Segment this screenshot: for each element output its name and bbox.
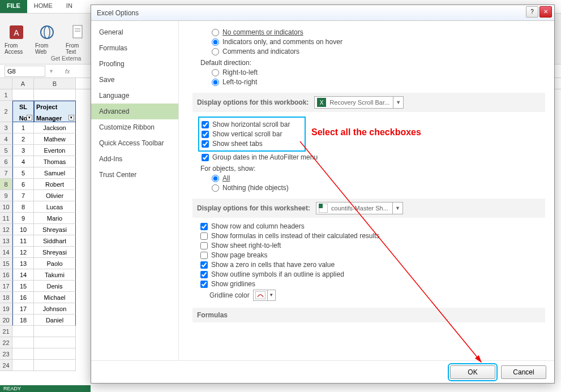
cell[interactable] (34, 337, 76, 348)
row-header[interactable]: 8 (0, 179, 12, 190)
cell-pm[interactable]: Robert (34, 179, 76, 190)
cell[interactable] (34, 326, 76, 337)
row-header[interactable]: 6 (0, 156, 12, 167)
worksheet-combo[interactable]: countifs-Master Sh... ▼ (316, 202, 403, 214)
chk-show-formulas[interactable] (200, 232, 208, 240)
cell[interactable] (12, 348, 34, 360)
chk-show-zero[interactable] (200, 261, 208, 269)
cell-slno[interactable]: 7 (12, 190, 34, 201)
sidebar-item-general[interactable]: General (91, 24, 178, 40)
chk-sheet-rtl[interactable] (200, 242, 208, 249)
row-header[interactable]: 10 (0, 201, 12, 213)
cell-slno[interactable]: 8 (12, 201, 34, 213)
cell[interactable] (12, 326, 34, 337)
cell-slno[interactable]: 14 (12, 269, 34, 281)
radio-indicators-only[interactable] (212, 38, 219, 46)
chk-sheet-tabs[interactable] (202, 140, 209, 148)
sidebar-item-quick-access-toolbar[interactable]: Quick Access Toolbar (91, 135, 178, 151)
radio-comments-indicators[interactable] (212, 48, 219, 55)
cell[interactable] (12, 89, 34, 101)
sidebar-item-advanced[interactable]: Advanced (91, 104, 178, 119)
row-header[interactable]: 23 (0, 348, 12, 360)
row-header[interactable]: 24 (0, 360, 12, 371)
row-header[interactable]: 12 (0, 224, 12, 235)
from-web-button[interactable]: From Web (35, 16, 59, 62)
gridline-color-picker[interactable]: ▼ (253, 290, 276, 301)
filter-icon[interactable]: ▾ (68, 115, 74, 120)
radio-rtl[interactable] (212, 69, 219, 76)
ok-button[interactable]: OK (450, 365, 495, 379)
cell-slno[interactable]: 5 (12, 167, 34, 179)
cell-slno[interactable]: 2 (12, 133, 34, 145)
cell-pm[interactable]: Johnson (34, 303, 76, 315)
cell-pm[interactable]: Paolo (34, 258, 76, 269)
row-header[interactable]: 13 (0, 235, 12, 247)
chk-h-scrollbar[interactable] (202, 121, 209, 128)
cell-pm[interactable]: Shreyasi (34, 224, 76, 235)
sidebar-item-proofing[interactable]: Proofing (91, 56, 178, 72)
cell-pm[interactable]: Mario (34, 213, 76, 224)
radio-obj-hide[interactable] (212, 184, 219, 192)
cell-slno[interactable]: 10 (12, 224, 34, 235)
cell-pm[interactable]: Everton (34, 145, 76, 156)
row-header[interactable]: 2 (0, 101, 12, 122)
fx-label[interactable]: fx (65, 68, 70, 75)
chk-gridlines[interactable] (200, 281, 208, 288)
row-header[interactable]: 4 (0, 133, 12, 145)
filter-icon[interactable]: ▾ (27, 115, 32, 120)
chk-v-scrollbar[interactable] (202, 131, 209, 138)
select-all-corner[interactable] (0, 78, 12, 89)
row-header[interactable]: 22 (0, 337, 12, 348)
cell-slno[interactable]: 1 (12, 122, 34, 133)
cell-pm[interactable]: Jackson (34, 122, 76, 133)
row-header[interactable]: 18 (0, 292, 12, 303)
cell[interactable] (34, 348, 76, 360)
cell-pm[interactable]: Denis (34, 281, 76, 292)
cell-pm[interactable]: Samuel (34, 167, 76, 179)
cell-slno[interactable]: 4 (12, 156, 34, 167)
cell-pm[interactable]: Thomas (34, 156, 76, 167)
help-button[interactable]: ? (526, 6, 538, 18)
table-header-slno[interactable]: SL No▾ (12, 101, 34, 122)
close-button[interactable]: ✕ (539, 6, 552, 18)
cell-slno[interactable]: 6 (12, 179, 34, 190)
from-text-button[interactable]: From Text (66, 16, 89, 62)
chk-outline-symbols[interactable] (200, 271, 208, 278)
row-header[interactable]: 9 (0, 190, 12, 201)
row-header[interactable]: 19 (0, 303, 12, 315)
radio-no-comments[interactable] (212, 29, 219, 36)
cell-slno[interactable]: 16 (12, 292, 34, 303)
col-header-a[interactable]: A (12, 78, 34, 89)
sidebar-item-language[interactable]: Language (91, 88, 178, 104)
cell-slno[interactable]: 9 (12, 213, 34, 224)
cell-slno[interactable]: 13 (12, 258, 34, 269)
cell-pm[interactable]: Shreyasi (34, 247, 76, 258)
cell-slno[interactable]: 12 (12, 247, 34, 258)
row-header[interactable]: 16 (0, 269, 12, 281)
sidebar-item-trust-center[interactable]: Trust Center (91, 167, 178, 183)
cell-pm[interactable]: Takumi (34, 269, 76, 281)
row-header[interactable]: 3 (0, 122, 12, 133)
sidebar-item-formulas[interactable]: Formulas (91, 40, 178, 56)
tab-insert[interactable]: IN (59, 0, 79, 13)
table-header-pm[interactable]: Project Manager▾ (34, 101, 76, 122)
cell[interactable] (34, 89, 76, 101)
row-header[interactable]: 14 (0, 247, 12, 258)
row-header[interactable]: 17 (0, 281, 12, 292)
cell-pm[interactable]: Michael (34, 292, 76, 303)
tab-file[interactable]: FILE (0, 0, 27, 13)
cell-pm[interactable]: Mathew (34, 133, 76, 145)
cell-slno[interactable]: 18 (12, 315, 34, 326)
cell[interactable] (12, 360, 34, 371)
row-header[interactable]: 11 (0, 213, 12, 224)
cancel-button[interactable]: Cancel (501, 365, 546, 379)
sidebar-item-customize-ribbon[interactable]: Customize Ribbon (91, 119, 178, 135)
cell-pm[interactable]: Lucas (34, 201, 76, 213)
cell-pm[interactable]: Daniel (34, 315, 76, 326)
chk-group-dates[interactable] (202, 154, 209, 161)
chk-page-breaks[interactable] (200, 252, 208, 259)
col-header-b[interactable]: B (34, 78, 76, 89)
cell[interactable] (34, 360, 76, 371)
row-header[interactable]: 21 (0, 326, 12, 337)
cell-slno[interactable]: 3 (12, 145, 34, 156)
